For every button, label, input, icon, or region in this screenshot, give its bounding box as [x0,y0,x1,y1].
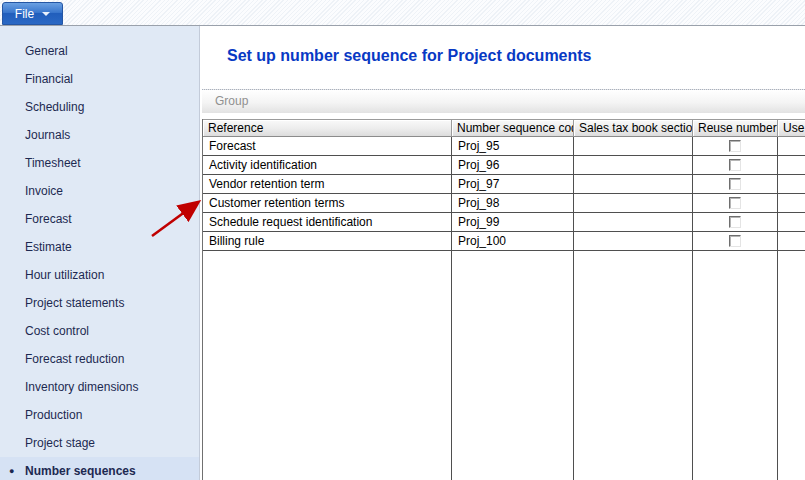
sidebar-item-forecast[interactable]: Forecast [0,205,199,233]
number-sequence-code-cell[interactable]: Proj_96 [452,156,574,175]
reuse-numbers-cell [693,213,778,232]
use-cell[interactable] [778,137,805,156]
column-header-sales-tax-book-section[interactable]: Sales tax book section [574,119,693,137]
reference-cell[interactable]: Forecast [203,137,452,156]
reference-cell[interactable]: Vendor retention term [203,175,452,194]
sidebar-item-forecast-reduction[interactable]: Forecast reduction [0,345,199,373]
sidebar-item-invoice[interactable]: Invoice [0,177,199,205]
column-header-reference[interactable]: Reference [203,119,452,137]
sales-tax-book-section-cell[interactable] [574,156,693,175]
selected-bullet-icon: ● [9,457,14,480]
column-header-reuse-numbers[interactable]: Reuse numbers [693,119,778,137]
sales-tax-book-section-cell[interactable] [574,194,693,213]
settings-sidebar: General Financial Scheduling Journals Ti… [0,26,200,480]
use-cell[interactable] [778,175,805,194]
number-sequence-code-cell[interactable]: Proj_100 [452,232,574,251]
reference-cell[interactable]: Customer retention terms [203,194,452,213]
sidebar-item-financial[interactable]: Financial [0,65,199,93]
sales-tax-book-section-cell[interactable] [574,213,693,232]
menu-bar: File [0,0,805,26]
reuse-numbers-checkbox[interactable] [729,140,741,152]
table-row-customer-retention-terms: Customer retention terms Proj_98 [203,194,805,213]
number-sequence-code-cell[interactable]: Proj_99 [452,213,574,232]
chevron-down-icon [42,12,50,16]
reuse-numbers-cell [693,175,778,194]
reuse-numbers-checkbox[interactable] [729,216,741,228]
sales-tax-book-section-cell[interactable] [574,232,693,251]
sidebar-item-journals[interactable]: Journals [0,121,199,149]
page-title: Set up number sequence for Project docum… [227,47,592,65]
number-sequence-code-cell[interactable]: Proj_97 [452,175,574,194]
reuse-numbers-cell [693,232,778,251]
sidebar-item-inventory-dimensions[interactable]: Inventory dimensions [0,373,199,401]
sales-tax-book-section-cell[interactable] [574,175,693,194]
sales-tax-book-section-cell[interactable] [574,137,693,156]
reference-cell[interactable]: Billing rule [203,232,452,251]
sidebar-item-label: Number sequences [25,464,136,478]
number-sequence-code-cell[interactable]: Proj_98 [452,194,574,213]
file-menu-label: File [15,7,34,21]
column-header-number-sequence-code[interactable]: Number sequence code [452,119,574,137]
use-cell[interactable] [778,213,805,232]
sidebar-item-scheduling[interactable]: Scheduling [0,93,199,121]
reuse-numbers-checkbox[interactable] [729,235,741,247]
table-row: Billing rule Proj_100 [203,232,805,251]
file-menu-button[interactable]: File [2,2,63,25]
sidebar-item-estimate[interactable]: Estimate [0,233,199,261]
reuse-numbers-cell [693,156,778,175]
reference-cell[interactable]: Activity identification [203,156,452,175]
table-row: Schedule request identification Proj_99 [203,213,805,232]
use-cell[interactable] [778,194,805,213]
reuse-numbers-checkbox[interactable] [729,197,741,209]
grid-header-row: Reference Number sequence code Sales tax… [203,119,805,137]
sidebar-item-project-statements[interactable]: Project statements [0,289,199,317]
number-sequence-code-cell[interactable]: Proj_95 [452,137,574,156]
reference-cell[interactable]: Schedule request identification [203,213,452,232]
sidebar-item-hour-utilization[interactable]: Hour utilization [0,261,199,289]
sidebar-item-number-sequences[interactable]: ● Number sequences [0,457,199,480]
sidebar-item-cost-control[interactable]: Cost control [0,317,199,345]
reuse-numbers-checkbox[interactable] [729,178,741,190]
group-section-header: Group [202,89,805,113]
empty-grid-area [203,251,805,480]
table-row: Vendor retention term Proj_97 [203,175,805,194]
sidebar-item-timesheet[interactable]: Timesheet [0,149,199,177]
use-cell[interactable] [778,232,805,251]
table-row: Forecast Proj_95 [203,137,805,156]
table-row: Activity identification Proj_96 [203,156,805,175]
use-cell[interactable] [778,156,805,175]
reuse-numbers-cell [693,194,778,213]
number-sequence-grid: Reference Number sequence code Sales tax… [202,119,805,480]
column-header-use[interactable]: Use [778,119,805,137]
sidebar-item-production[interactable]: Production [0,401,199,429]
content-pane: Set up number sequence for Project docum… [202,26,805,480]
reuse-numbers-checkbox[interactable] [729,159,741,171]
sidebar-item-project-stage[interactable]: Project stage [0,429,199,457]
sidebar-item-general[interactable]: General [0,37,199,65]
reuse-numbers-cell [693,137,778,156]
group-label: Group [215,94,248,108]
